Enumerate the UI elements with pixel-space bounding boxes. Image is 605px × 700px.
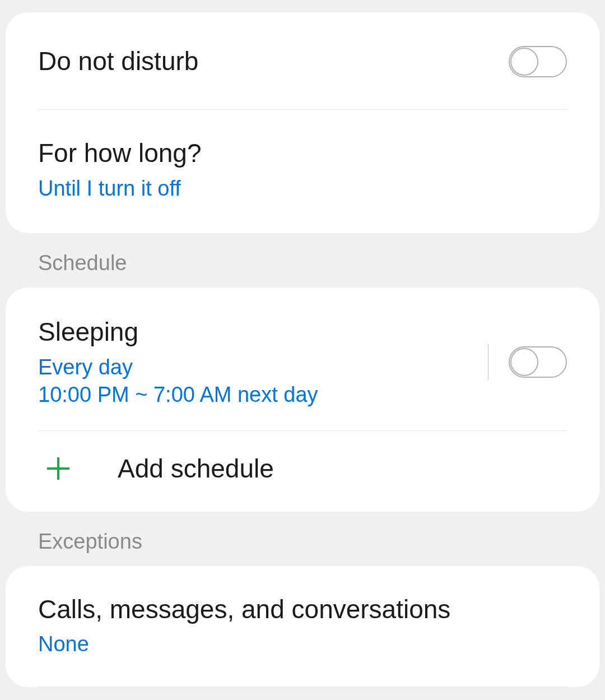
sleeping-days: Every day — [38, 354, 488, 381]
sleeping-row-content: Sleeping Every day 10:00 PM ~ 7:00 AM ne… — [38, 316, 488, 409]
plus-icon — [45, 455, 72, 482]
dnd-toggle[interactable] — [509, 46, 567, 77]
sleeping-title: Sleeping — [38, 316, 488, 349]
calls-row[interactable]: Calls, messages, and conversations None — [6, 566, 599, 687]
dnd-toggle-knob — [510, 48, 538, 76]
dnd-row[interactable]: Do not disturb — [6, 12, 599, 109]
divider — [38, 687, 567, 687]
add-schedule-label: Add schedule — [118, 453, 274, 484]
schedule-card: Sleeping Every day 10:00 PM ~ 7:00 AM ne… — [6, 288, 599, 512]
dnd-card: Do not disturb For how long? Until I tur… — [6, 12, 599, 233]
dnd-row-content: Do not disturb — [38, 45, 509, 78]
calls-title: Calls, messages, and conversations — [38, 593, 567, 627]
duration-row[interactable]: For how long? Until I turn it off — [6, 110, 599, 233]
sleeping-toggle[interactable] — [509, 346, 567, 378]
sleeping-toggle-container — [488, 344, 567, 380]
vertical-divider — [488, 344, 488, 380]
exceptions-section-header: Exceptions — [0, 512, 605, 566]
dnd-title: Do not disturb — [38, 45, 509, 78]
duration-value: Until I turn it off — [38, 175, 567, 202]
duration-title: For how long? — [38, 137, 567, 170]
exceptions-card: Calls, messages, and conversations None — [6, 566, 599, 687]
sleeping-time: 10:00 PM ~ 7:00 AM next day — [38, 381, 488, 409]
add-schedule-row[interactable]: Add schedule — [6, 431, 599, 512]
sleeping-row[interactable]: Sleeping Every day 10:00 PM ~ 7:00 AM ne… — [6, 288, 599, 430]
duration-row-content: For how long? Until I turn it off — [38, 137, 567, 202]
sleeping-toggle-knob — [510, 348, 538, 376]
schedule-section-header: Schedule — [0, 233, 605, 288]
calls-row-content: Calls, messages, and conversations None — [38, 593, 567, 659]
calls-value: None — [38, 631, 567, 658]
